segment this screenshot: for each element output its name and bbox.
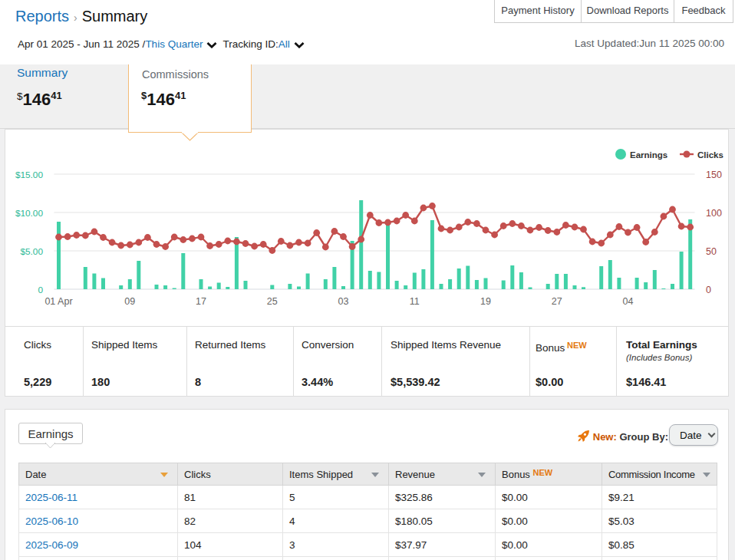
svg-text:100: 100	[706, 208, 722, 219]
svg-text:19: 19	[480, 296, 491, 307]
svg-text:03: 03	[338, 296, 349, 307]
svg-text:09: 09	[124, 296, 135, 307]
svg-text:04: 04	[623, 296, 634, 307]
svg-text:150: 150	[706, 170, 722, 180]
svg-text:$15.00: $15.00	[15, 170, 44, 180]
svg-text:50: 50	[706, 246, 717, 257]
svg-text:17: 17	[196, 296, 206, 307]
svg-text:11: 11	[410, 296, 420, 307]
svg-text:0: 0	[38, 285, 43, 295]
svg-text:$10.00: $10.00	[15, 208, 44, 219]
svg-text:01 Apr: 01 Apr	[44, 296, 72, 307]
svg-text:25: 25	[267, 296, 278, 307]
svg-text:0: 0	[706, 285, 711, 295]
svg-text:$5.00: $5.00	[20, 246, 43, 257]
svg-text:Earnings: Earnings	[630, 150, 667, 160]
svg-text:Clicks: Clicks	[697, 150, 723, 160]
svg-text:27: 27	[552, 296, 562, 307]
